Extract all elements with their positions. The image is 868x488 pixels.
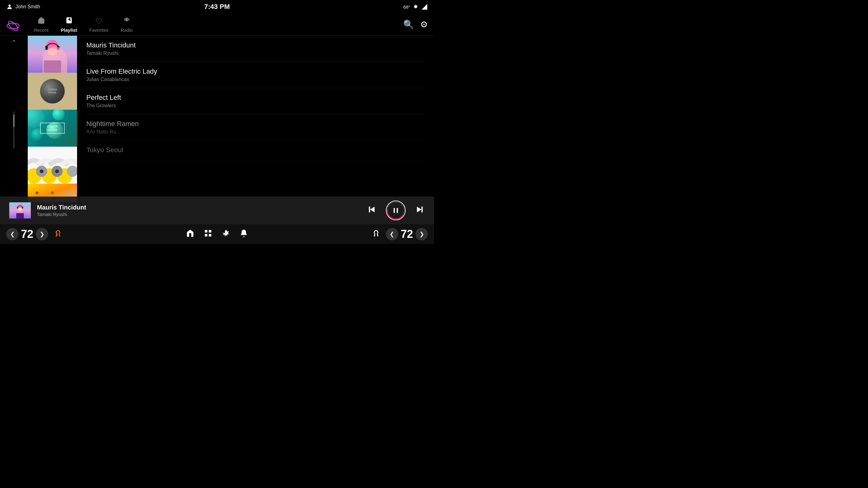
home-sys-icon[interactable]: [186, 229, 194, 240]
temperature-status: 68°: [403, 4, 410, 9]
album-circle: LOREMIPSUM.: [40, 79, 65, 103]
svg-marker-33: [370, 206, 375, 212]
album-thumb-2[interactable]: LOREMIPSUM.: [28, 73, 77, 110]
progress-arc: [386, 201, 406, 220]
temp-right-display: 72: [401, 228, 413, 240]
svg-point-25: [51, 191, 54, 194]
svg-text:♪: ♪: [12, 20, 14, 27]
bubble-4: [53, 110, 65, 121]
tab-playlist[interactable]: Playlist: [61, 16, 78, 33]
svg-rect-34: [369, 206, 370, 212]
song-title-3: Perfect Left: [86, 94, 425, 102]
svg-point-29: [18, 208, 22, 211]
album-list: LOREMIPSUM. coLor ShAPE: [28, 36, 77, 224]
svg-point-10: [48, 48, 57, 56]
fan-sys-icon[interactable]: [222, 229, 230, 240]
logo-icon: ♪: [6, 18, 20, 31]
album-art-3: coLor ShAPE: [28, 110, 77, 147]
svg-point-6: [126, 20, 128, 22]
heat-icon: [54, 229, 62, 240]
song-item-1[interactable]: Mauris Tincidunt Tamaki Ryushi: [86, 36, 425, 62]
song-artist-1: Tamaki Ryushi: [86, 51, 425, 56]
ac-icon: [372, 229, 380, 240]
svg-rect-43: [205, 234, 208, 236]
now-playing-info: Mauris Tincidunt Tamaki Ryushi: [37, 204, 367, 217]
album-art-4-svg: [28, 147, 77, 184]
tab-radio-label: Radio: [121, 27, 133, 33]
bluetooth-icon: ✸: [413, 3, 418, 10]
main-content: ⌃ ⌄: [0, 36, 434, 224]
svg-rect-42: [209, 230, 211, 232]
svg-rect-5: [66, 17, 71, 24]
svg-rect-13: [44, 60, 61, 73]
next-button[interactable]: [415, 204, 425, 217]
tab-favorites-label: Favorites: [89, 27, 108, 33]
svg-rect-32: [16, 213, 24, 219]
nav-bar: ♪ Recent Playlist ♡ Favorites: [0, 13, 434, 36]
scroll-thumb: [13, 115, 14, 127]
song-item-2[interactable]: Live From Electric Lady Julian Casablanc…: [86, 62, 425, 88]
bell-sys-icon[interactable]: [240, 229, 248, 240]
song-item-5[interactable]: Tokyo Seoul: [86, 140, 425, 161]
status-left: John Smith: [6, 3, 40, 10]
playback-controls: [367, 201, 425, 220]
svg-marker-1: [422, 4, 427, 9]
system-bar: ❮ 72 ❯: [0, 224, 434, 244]
tab-recent[interactable]: Recent: [34, 16, 49, 33]
svg-rect-30: [17, 207, 18, 208]
svg-rect-44: [209, 234, 211, 236]
svg-rect-9: [45, 53, 60, 71]
song-title-2: Live From Electric Lady: [86, 67, 425, 75]
status-bar: John Smith 7:43 PM 68° ✸: [0, 0, 434, 13]
song-artist-4: Arlo Natto Ru...: [86, 129, 425, 135]
user-name: John Smith: [16, 4, 40, 9]
album-art-2: LOREMIPSUM.: [28, 73, 77, 110]
temp-left-back-button[interactable]: ❮: [6, 228, 19, 240]
svg-rect-11: [45, 45, 48, 50]
previous-button[interactable]: [367, 204, 377, 217]
album-art-1-svg: [28, 36, 77, 73]
temp-left-forward-button[interactable]: ❯: [36, 228, 48, 240]
playlist-icon: [65, 16, 73, 26]
temp-right-back-button[interactable]: ❮: [386, 228, 398, 240]
now-playing-bar: Mauris Tincidunt Tamaki Ryushi: [0, 197, 434, 224]
scroll-track: [13, 111, 14, 149]
song-item-3[interactable]: Perfect Left The Growlers: [86, 88, 425, 114]
search-icon[interactable]: 🔍: [403, 20, 414, 30]
svg-point-24: [35, 191, 38, 194]
temp-right-forward-button[interactable]: ❯: [415, 228, 428, 240]
settings-icon[interactable]: ⚙: [420, 20, 428, 30]
sys-left: ❮ 72 ❯: [6, 228, 62, 240]
svg-point-0: [8, 5, 10, 7]
recent-icon: [37, 16, 45, 26]
album-art-1: [28, 36, 77, 73]
status-time: 7:43 PM: [204, 3, 230, 11]
album-thumb-1[interactable]: [28, 36, 77, 73]
svg-point-22: [55, 169, 59, 173]
svg-rect-12: [57, 45, 60, 50]
signal-icon: [421, 3, 428, 10]
svg-point-21: [40, 169, 43, 173]
song-title-4: Nighttime Ramen: [86, 120, 425, 128]
album-thumb-3[interactable]: coLor ShAPE: [28, 110, 77, 147]
now-playing-title: Mauris Tincidunt: [37, 204, 367, 211]
song-artist-2: Julian Casablancas: [86, 77, 425, 82]
song-title-5: Tokyo Seoul: [86, 146, 425, 154]
album-art-4: [28, 147, 77, 184]
lorem-ipsum-text: LOREMIPSUM.: [48, 88, 57, 95]
song-item-4[interactable]: Nighttime Ramen Arlo Natto Ru...: [86, 114, 425, 140]
play-pause-button[interactable]: [386, 201, 406, 220]
tab-recent-label: Recent: [34, 27, 49, 33]
svg-rect-40: [421, 206, 423, 212]
song-title-1: Mauris Tincidunt: [86, 41, 425, 49]
now-playing-art-svg: [9, 200, 31, 221]
temp-left-display: 72: [21, 228, 33, 240]
status-right: 68° ✸: [403, 3, 428, 10]
tab-radio[interactable]: Radio: [121, 16, 133, 33]
svg-rect-31: [22, 207, 24, 208]
album-thumb-4[interactable]: [28, 147, 77, 184]
tab-favorites[interactable]: ♡ Favorites: [89, 17, 108, 33]
grid-sys-icon[interactable]: [204, 229, 212, 240]
scroll-up-button[interactable]: ⌃: [11, 39, 17, 47]
sys-center: [186, 229, 248, 240]
